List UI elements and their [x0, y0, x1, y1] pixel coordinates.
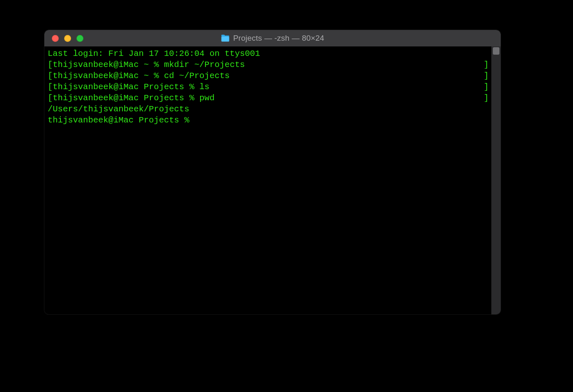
prompt-close-bracket: ]	[484, 92, 489, 104]
terminal-text: thijsvanbeek@iMac Projects % pwd	[53, 92, 215, 104]
prompt-close-bracket: ]	[484, 70, 489, 81]
folder-icon	[221, 35, 230, 42]
svg-rect-0	[222, 37, 229, 42]
terminal-line: /Users/thijsvanbeek/Projects	[48, 104, 489, 115]
prompt-open-bracket: [	[48, 81, 53, 92]
prompt-open-bracket: [	[48, 59, 53, 70]
scrollbar-thumb[interactable]	[493, 47, 499, 55]
window-body: Last login: Fri Jan 17 10:26:04 on ttys0…	[44, 46, 501, 314]
terminal-text: thijsvanbeek@iMac Projects % ls	[53, 81, 209, 92]
terminal-line: [thijsvanbeek@iMac ~ % cd ~/Projects]	[48, 70, 489, 81]
terminal-output[interactable]: Last login: Fri Jan 17 10:26:04 on ttys0…	[44, 46, 491, 314]
close-icon[interactable]	[52, 35, 59, 42]
terminal-text: thijsvanbeek@iMac ~ % mkdir ~/Projects	[53, 59, 245, 70]
prompt-close-bracket: ]	[484, 81, 489, 92]
scrollbar[interactable]	[491, 46, 501, 314]
terminal-line: Last login: Fri Jan 17 10:26:04 on ttys0…	[48, 48, 489, 59]
prompt-close-bracket: ]	[484, 59, 489, 70]
window-title: Projects — -zsh — 80×24	[233, 34, 324, 43]
zoom-icon[interactable]	[76, 35, 83, 42]
prompt-open-bracket: [	[48, 92, 53, 104]
minimize-icon[interactable]	[64, 35, 71, 42]
titlebar[interactable]: Projects — -zsh — 80×24	[44, 30, 501, 46]
terminal-line: thijsvanbeek@iMac Projects %	[48, 115, 489, 126]
traffic-lights	[44, 35, 83, 42]
terminal-window: Projects — -zsh — 80×24 Last login: Fri …	[44, 30, 501, 314]
terminal-line: [thijsvanbeek@iMac ~ % mkdir ~/Projects]	[48, 59, 489, 70]
prompt-open-bracket: [	[48, 70, 53, 81]
terminal-line: [thijsvanbeek@iMac Projects % pwd]	[48, 92, 489, 104]
terminal-line: [thijsvanbeek@iMac Projects % ls]	[48, 81, 489, 92]
terminal-text: thijsvanbeek@iMac ~ % cd ~/Projects	[53, 70, 230, 81]
